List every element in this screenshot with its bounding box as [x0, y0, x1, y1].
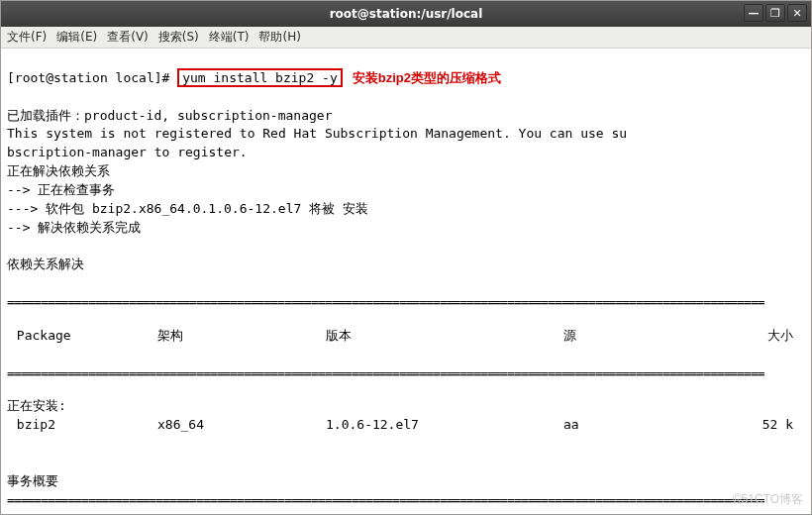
- minimize-button[interactable]: —: [744, 4, 763, 22]
- summary-title: 事务概要: [7, 473, 58, 488]
- cell-repo: aa: [563, 416, 732, 435]
- window-title: root@station:/usr/local: [330, 7, 483, 21]
- col-arch: 架构: [157, 327, 326, 346]
- menu-search[interactable]: 搜索(S): [158, 29, 199, 46]
- col-version: 版本: [326, 327, 563, 346]
- menu-file[interactable]: 文件(F): [7, 29, 47, 46]
- menu-edit[interactable]: 编辑(E): [56, 29, 97, 46]
- watermark: ©51CTO博客: [733, 491, 803, 508]
- section-installing: 正在安装:: [7, 398, 66, 413]
- output-line: bscription-manager to register.: [7, 145, 248, 159]
- output-line: 正在解决依赖关系: [7, 163, 110, 178]
- output-line: This system is not registered to Red Hat…: [7, 126, 627, 141]
- maximize-button[interactable]: ❐: [765, 4, 785, 22]
- annotation-install: 安装bzip2类型的压缩格式: [353, 70, 501, 85]
- cell-size: 52 k: [732, 416, 803, 435]
- menu-terminal[interactable]: 终端(T): [209, 29, 250, 46]
- shell-prompt: [root@station local]#: [7, 70, 177, 85]
- output-line: 依赖关系解决: [7, 257, 84, 271]
- col-size: 大小: [732, 327, 803, 346]
- col-package: Package: [9, 327, 157, 346]
- close-button[interactable]: ✕: [787, 4, 807, 22]
- terminal-output[interactable]: [root@station local]# yum install bzip2 …: [1, 49, 811, 515]
- output-line: 已加载插件：product-id, subscription-manager: [7, 108, 332, 123]
- cell-ver: 1.0.6-12.el7: [326, 416, 563, 435]
- menu-help[interactable]: 帮助(H): [258, 29, 300, 46]
- window-controls: — ❐ ✕: [744, 4, 807, 22]
- col-repo: 源: [563, 327, 732, 346]
- table-header: Package 架构 版本 源 大小: [7, 327, 805, 346]
- cell-pkg: bzip2: [9, 416, 157, 435]
- output-line: --> 正在检查事务: [7, 182, 115, 197]
- cell-arch: x86_64: [157, 416, 326, 435]
- table-row: bzip2 x86_64 1.0.6-12.el7 aa 52 k: [7, 416, 805, 435]
- output-line: --> 解决依赖关系完成: [7, 220, 141, 235]
- menu-view[interactable]: 查看(V): [107, 29, 149, 46]
- output-line: ---> 软件包 bzip2.x86_64.0.1.0.6-12.el7 将被 …: [7, 201, 368, 216]
- separator: ========================================…: [7, 364, 805, 379]
- separator: ========================================…: [7, 293, 805, 308]
- window-titlebar: root@station:/usr/local — ❐ ✕: [1, 1, 811, 27]
- menubar: 文件(F) 编辑(E) 查看(V) 搜索(S) 终端(T) 帮助(H): [1, 27, 811, 49]
- highlighted-command: yum install bzip2 -y: [177, 68, 343, 87]
- separator: ========================================…: [7, 491, 805, 506]
